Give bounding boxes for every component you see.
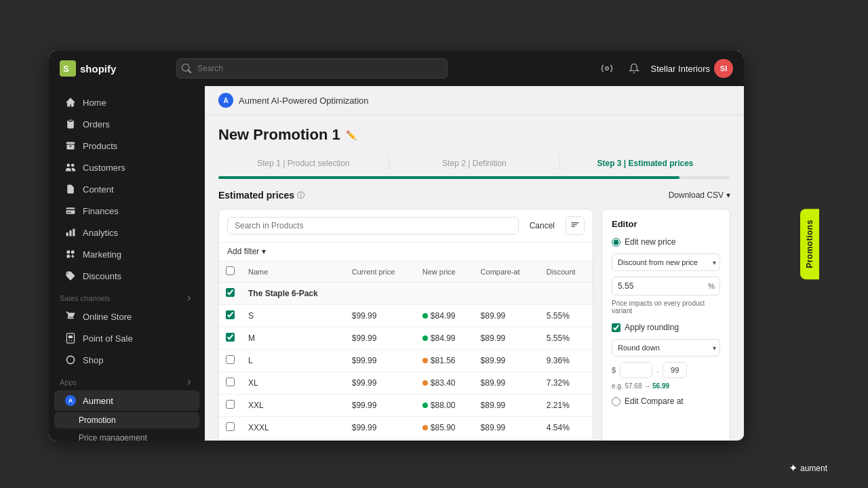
search-input[interactable] [176, 58, 448, 79]
table-row: The Staple 6-Pack [219, 283, 593, 305]
row-checkbox[interactable] [226, 422, 235, 431]
sort-button[interactable] [566, 216, 585, 235]
row-compare-at: $89.99 [474, 327, 540, 350]
topbar-right: Stellar Interiors SI [597, 58, 733, 79]
cancel-button[interactable]: Cancel [524, 218, 560, 233]
apps-section: Apps [49, 371, 205, 390]
row-checkbox[interactable] [226, 333, 235, 342]
apps-label: Apps [60, 378, 77, 386]
col-discount: Discount [540, 261, 593, 283]
sidebar-item-finances[interactable]: Finances [54, 201, 199, 221]
sidebar-item-customers[interactable]: Customers [54, 157, 199, 178]
row-checkbox[interactable] [226, 288, 235, 297]
sidebar-item-analytics[interactable]: Analytics [54, 222, 199, 243]
sidebar-item-orders[interactable]: Orders [54, 114, 199, 134]
analytics-icon [65, 227, 76, 238]
sidebar-item-point-of-sale[interactable]: Point of Sale [54, 328, 199, 348]
step-3[interactable]: Step 3 | Estimated prices [560, 155, 730, 172]
sidebar-label-orders: Orders [83, 119, 110, 129]
row-current-price: $99.99 [345, 372, 416, 394]
topbar-logo: S shopify [60, 60, 168, 77]
edit-new-price-radio-row: Edit new price [612, 237, 720, 247]
orders-icon [65, 119, 76, 129]
sidebar-item-shop[interactable]: Shop [54, 350, 199, 370]
row-discount [540, 283, 593, 305]
editor-title: Editor [612, 219, 720, 229]
sidebar-item-products[interactable]: Products [54, 136, 199, 156]
store-icon [65, 311, 76, 322]
add-filter-label: Add filter [227, 247, 259, 256]
edit-title-icon[interactable]: ✏️ [346, 130, 357, 140]
download-csv-label: Download CSV [669, 190, 724, 200]
price-dot-icon [422, 336, 428, 341]
promotions-side-tab[interactable]: Promotions [800, 209, 819, 279]
row-name: The Staple 3-Pack [241, 439, 345, 441]
row-compare-at: $89.99 [474, 305, 540, 327]
discount-value-input[interactable] [612, 277, 720, 296]
row-checkbox[interactable] [226, 310, 235, 319]
svg-text:S: S [63, 64, 69, 74]
plugin-icon-text: A [223, 97, 228, 104]
sidebar-item-marketing[interactable]: Marketing [54, 244, 199, 264]
edit-compare-at-radio[interactable] [612, 397, 620, 406]
sort-icon [570, 221, 580, 230]
price-dot-icon [422, 313, 428, 319]
example-result: 56.99 [652, 382, 669, 390]
sidebar-item-discounts[interactable]: Discounts [54, 266, 199, 286]
example-text: e.g. 57.68 → 56.99 [612, 382, 720, 390]
row-discount [540, 439, 593, 441]
progress-bar-wrap [218, 176, 730, 179]
percent-sign: % [708, 282, 715, 290]
row-discount: 7.32% [540, 372, 593, 394]
row-current-price [345, 283, 416, 305]
rounding-dollar-input[interactable] [620, 362, 652, 378]
main-window: S shopify [49, 51, 744, 441]
products-table: Name Current price New price Compare-at … [219, 261, 593, 441]
row-discount: 4.54% [540, 417, 593, 439]
step-2[interactable]: Step 2 | Definition [389, 155, 559, 172]
row-compare-at [474, 283, 540, 305]
edit-compare-at-label: Edit Compare at [625, 396, 684, 406]
select-all-checkbox[interactable] [226, 266, 235, 275]
topbar-search [176, 58, 448, 79]
row-checkbox[interactable] [226, 378, 235, 386]
marketing-icon [65, 249, 76, 260]
search-products-input[interactable] [227, 217, 519, 235]
sidebar-item-home[interactable]: Home [54, 92, 199, 113]
aument-sidebar-icon: A [65, 395, 76, 406]
estimated-prices-header: Estimated prices ⓘ Download CSV ▾ [218, 190, 730, 201]
editor-panel: Editor Edit new price Discount from new … [601, 209, 730, 441]
row-current-price [345, 439, 416, 441]
notification-icon-button[interactable] [624, 58, 644, 79]
sidebar-subitem-promotion[interactable]: Promotion [54, 412, 199, 428]
round-down-select[interactable]: Round down Round up Round nearest [612, 339, 720, 357]
step-1[interactable]: Step 1 | Product selection [218, 155, 389, 172]
row-name: The Staple 6-Pack [241, 283, 345, 305]
sidebar-label-shop: Shop [83, 355, 103, 365]
edit-new-price-radio[interactable] [612, 238, 620, 247]
sidebar-subitem-price-management[interactable]: Price management [54, 430, 199, 441]
row-discount: 2.21% [540, 394, 593, 417]
sidebar-label-online-store: Online Store [83, 312, 132, 322]
col-current-price: Current price [345, 261, 416, 283]
svg-rect-4 [68, 336, 73, 338]
row-current-price: $99.99 [345, 327, 416, 350]
price-dot-icon [422, 358, 428, 363]
discount-type-select[interactable]: Discount from new price Fixed price Perc… [612, 253, 720, 271]
apply-rounding-checkbox[interactable] [612, 323, 620, 332]
sidebar-item-aument[interactable]: A Aument [54, 390, 199, 411]
row-discount: 5.55% [540, 327, 593, 350]
sidebar-item-content[interactable]: Content [54, 179, 199, 199]
table-row: The Staple 3-Pack [219, 439, 593, 441]
activity-icon-button[interactable] [597, 58, 617, 79]
add-filter-button[interactable]: Add filter ▾ [227, 247, 266, 256]
sidebar-item-online-store[interactable]: Online Store [54, 306, 199, 327]
row-current-price: $99.99 [345, 394, 416, 417]
table-row: XL$99.99$83.40$89.997.32% [219, 372, 593, 394]
step-3-label: Step 3 | Estimated prices [597, 159, 693, 168]
row-checkbox[interactable] [226, 355, 235, 364]
download-csv-button[interactable]: Download CSV ▾ [669, 190, 730, 200]
row-checkbox[interactable] [226, 400, 235, 409]
rounding-cents-input[interactable] [663, 362, 687, 378]
download-csv-chevron: ▾ [726, 190, 730, 200]
